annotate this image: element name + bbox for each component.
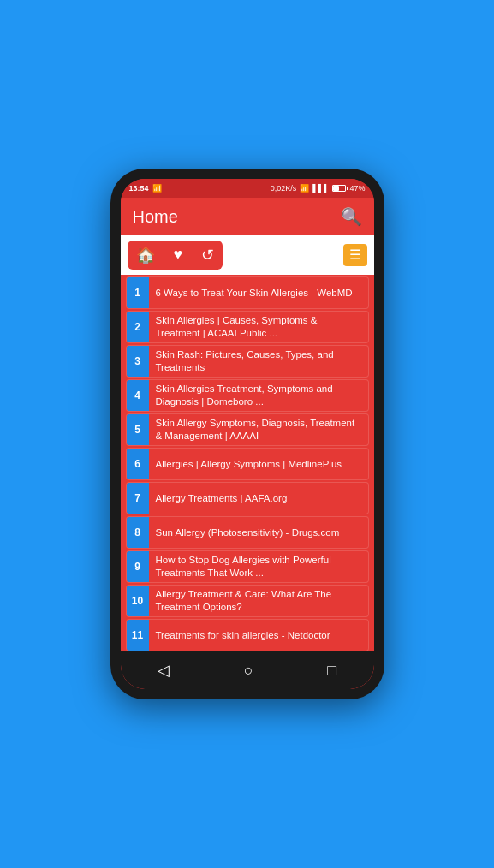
item-title: Sun Allergy (Photosensitivity) - Drugs.c…	[149, 517, 347, 548]
item-number: 1	[127, 277, 149, 308]
list-item[interactable]: 6Allergies | Allergy Symptoms | MedlineP…	[126, 448, 369, 480]
item-number: 5	[127, 414, 149, 445]
item-number: 8	[127, 517, 149, 548]
item-title: Skin Allergies Treatment, Symptoms and D…	[149, 380, 368, 411]
item-number: 2	[127, 312, 149, 342]
back-button[interactable]: ◁	[146, 654, 182, 687]
item-number: 10	[127, 586, 149, 616]
list-item[interactable]: 4Skin Allergies Treatment, Symptoms and …	[126, 379, 369, 412]
status-sim-icon: 📶	[152, 184, 162, 193]
tab-history[interactable]: ↺	[198, 244, 217, 266]
list-view-button[interactable]: ☰	[343, 244, 367, 266]
list-item[interactable]: 8Sun Allergy (Photosensitivity) - Drugs.…	[126, 516, 369, 549]
phone-screen: 13:54 📶 0,02K/s 📶 ▌▌▌ 47% Home 🔍 🏠 ♥	[121, 179, 374, 689]
item-number: 6	[127, 449, 149, 479]
search-icon: 🔍	[341, 207, 362, 226]
list-item[interactable]: 3Skin Rash: Pictures, Causes, Types, and…	[126, 345, 369, 378]
battery-percent: 47%	[349, 184, 365, 193]
item-title: 6 Ways to Treat Your Skin Allergies - We…	[149, 277, 360, 308]
results-list: 16 Ways to Treat Your Skin Allergies - W…	[121, 275, 374, 651]
item-number: 3	[127, 346, 149, 377]
item-title: Skin Allergy Symptoms, Diagnosis, Treatm…	[149, 414, 368, 445]
item-title: Allergy Treatment & Care: What Are The T…	[149, 586, 368, 616]
item-title: Allergies | Allergy Symptoms | MedlinePl…	[149, 449, 349, 479]
recent-icon: □	[327, 662, 336, 679]
tab-bar: 🏠 ♥ ↺ ☰	[121, 235, 374, 275]
item-title: Treatments for skin allergies - Netdocto…	[149, 620, 337, 651]
item-title: Skin Allergies | Causes, Symptoms & Trea…	[149, 312, 368, 342]
home-icon: ○	[244, 662, 253, 679]
item-number: 9	[127, 551, 149, 582]
item-title: Skin Rash: Pictures, Causes, Types, and …	[149, 346, 368, 377]
list-item[interactable]: 9How to Stop Dog Allergies with Powerful…	[126, 550, 369, 583]
list-item[interactable]: 16 Ways to Treat Your Skin Allergies - W…	[126, 276, 369, 309]
status-right: 0,02K/s 📶 ▌▌▌ 47%	[271, 184, 366, 193]
item-title: Allergy Treatments | AAFA.org	[149, 483, 295, 514]
page-title: Home	[133, 207, 178, 227]
status-bar: 13:54 📶 0,02K/s 📶 ▌▌▌ 47%	[121, 179, 374, 198]
list-item[interactable]: 11Treatments for skin allergies - Netdoc…	[126, 619, 369, 651]
tab-home[interactable]: 🏠	[133, 244, 158, 266]
status-network: 0,02K/s	[271, 184, 297, 193]
signal-icon: ▌▌▌	[312, 184, 329, 193]
search-button[interactable]: 🔍	[341, 206, 362, 227]
status-time: 13:54	[129, 184, 149, 193]
item-number: 4	[127, 380, 149, 411]
list-item[interactable]: 10Allergy Treatment & Care: What Are The…	[126, 585, 369, 617]
wifi-icon: 📶	[300, 184, 309, 193]
battery-icon	[332, 185, 346, 192]
list-item[interactable]: 5Skin Allergy Symptoms, Diagnosis, Treat…	[126, 413, 369, 446]
app-header: Home 🔍	[121, 198, 374, 235]
list-item[interactable]: 7Allergy Treatments | AAFA.org	[126, 482, 369, 514]
list-icon: ☰	[349, 248, 361, 262]
recent-apps-button[interactable]: □	[315, 655, 348, 687]
item-number: 11	[127, 620, 149, 651]
item-title: How to Stop Dog Allergies with Powerful …	[149, 551, 368, 582]
tab-group: 🏠 ♥ ↺	[128, 241, 223, 270]
home-button[interactable]: ○	[232, 655, 265, 687]
item-number: 7	[127, 483, 149, 514]
phone-frame: 13:54 📶 0,02K/s 📶 ▌▌▌ 47% Home 🔍 🏠 ♥	[110, 169, 384, 699]
nav-bar: ◁ ○ □	[121, 651, 374, 689]
tab-favorites[interactable]: ♥	[170, 244, 187, 266]
list-item[interactable]: 2Skin Allergies | Causes, Symptoms & Tre…	[126, 311, 369, 343]
back-icon: ◁	[158, 662, 170, 679]
status-left: 13:54 📶	[129, 184, 162, 193]
